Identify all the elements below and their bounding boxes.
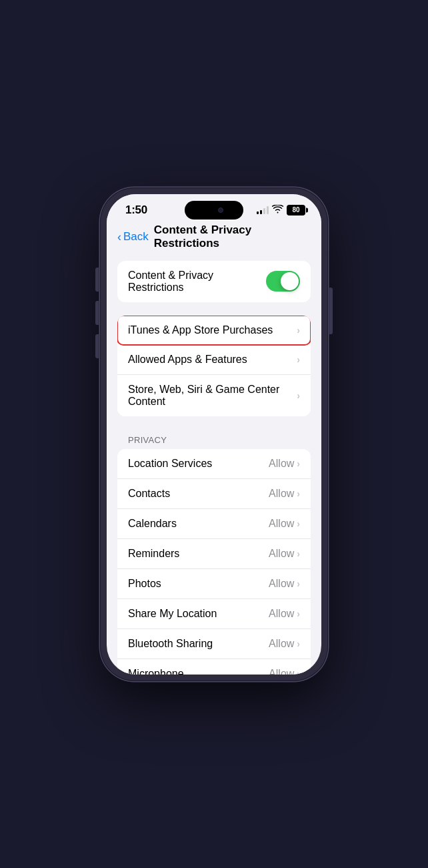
phone-frame: 1:50	[100, 187, 328, 681]
share-location-right: Allow ›	[269, 608, 300, 620]
signal-bar-2	[260, 210, 262, 214]
restrictions-toggle-label: Content & Privacy Restrictions	[128, 270, 266, 294]
status-time: 1:50	[125, 203, 147, 217]
calendars-right: Allow ›	[269, 518, 300, 530]
reminders-value: Allow	[269, 548, 294, 560]
calendars-label: Calendars	[128, 518, 177, 530]
dynamic-island	[185, 201, 243, 220]
contacts-label: Contacts	[128, 488, 170, 500]
microphone-chevron-icon: ›	[297, 669, 300, 675]
reminders-chevron-icon: ›	[297, 548, 300, 559]
location-services-value: Allow	[269, 458, 294, 470]
location-services-row[interactable]: Location Services Allow ›	[117, 449, 311, 479]
share-location-value: Allow	[269, 608, 294, 620]
reminders-label: Reminders	[128, 548, 179, 560]
phone-screen: 1:50	[107, 194, 321, 675]
photos-chevron-icon: ›	[297, 578, 300, 589]
battery-icon: 80	[287, 205, 305, 215]
content-area: Content & Privacy Restrictions iTunes & …	[107, 256, 321, 675]
location-services-chevron-icon: ›	[297, 458, 300, 469]
signal-icon	[257, 206, 269, 214]
photos-label: Photos	[128, 578, 161, 590]
signal-bar-3	[263, 208, 265, 214]
nav-bar: ‹ Back Content & Privacy Restrictions	[107, 221, 321, 256]
contacts-right: Allow ›	[269, 488, 300, 500]
calendars-chevron-icon: ›	[297, 518, 300, 529]
location-services-right: Allow ›	[269, 458, 300, 470]
back-chevron-icon: ‹	[117, 231, 121, 243]
share-location-label: Share My Location	[128, 608, 217, 620]
allowed-apps-label: Allowed Apps & Features	[128, 354, 247, 366]
bluetooth-value: Allow	[269, 638, 294, 650]
bluetooth-label: Bluetooth Sharing	[128, 638, 213, 650]
itunes-right: ›	[297, 325, 300, 336]
page-title: Content & Privacy Restrictions	[154, 224, 311, 250]
toggle-thumb	[281, 272, 299, 290]
store-web-label: Store, Web, Siri & Game Center Content	[128, 384, 297, 408]
reminders-row[interactable]: Reminders Allow ›	[117, 539, 311, 569]
status-icons: 80	[257, 205, 305, 215]
bluetooth-chevron-icon: ›	[297, 638, 300, 649]
microphone-right: Allow ›	[269, 668, 300, 675]
itunes-chevron-icon: ›	[297, 325, 300, 336]
status-bar: 1:50	[107, 194, 321, 221]
toggle-section: Content & Privacy Restrictions	[117, 261, 311, 302]
microphone-label: Microphone	[128, 668, 184, 675]
itunes-row[interactable]: iTunes & App Store Purchases ›	[117, 316, 311, 345]
contacts-row[interactable]: Contacts Allow ›	[117, 479, 311, 509]
back-button[interactable]: ‹ Back	[117, 230, 149, 244]
store-web-row[interactable]: Store, Web, Siri & Game Center Content ›	[117, 375, 311, 416]
contacts-chevron-icon: ›	[297, 488, 300, 499]
contacts-value: Allow	[269, 488, 294, 500]
restrictions-toggle-row: Content & Privacy Restrictions	[128, 261, 300, 302]
battery-level: 80	[292, 206, 299, 213]
calendars-value: Allow	[269, 518, 294, 530]
location-services-label: Location Services	[128, 458, 212, 470]
photos-row[interactable]: Photos Allow ›	[117, 569, 311, 599]
privacy-section: Location Services Allow › Contacts Allow…	[117, 449, 311, 675]
camera-indicator	[218, 207, 223, 213]
reminders-right: Allow ›	[269, 548, 300, 560]
privacy-section-header: PRIVACY	[107, 430, 321, 449]
signal-bar-4	[267, 206, 269, 214]
bluetooth-row[interactable]: Bluetooth Sharing Allow ›	[117, 629, 311, 659]
itunes-label: iTunes & App Store Purchases	[128, 324, 273, 336]
microphone-value: Allow	[269, 668, 294, 675]
allowed-apps-right: ›	[297, 354, 300, 365]
store-web-chevron-icon: ›	[297, 390, 300, 401]
menu-section: iTunes & App Store Purchases › Allowed A…	[117, 316, 311, 416]
bluetooth-right: Allow ›	[269, 638, 300, 650]
back-label: Back	[123, 230, 149, 244]
signal-bar-1	[257, 211, 259, 214]
allowed-apps-chevron-icon: ›	[297, 354, 300, 365]
microphone-row[interactable]: Microphone Allow ›	[117, 659, 311, 675]
share-location-row[interactable]: Share My Location Allow ›	[117, 599, 311, 629]
wifi-icon	[272, 205, 283, 215]
store-web-right: ›	[297, 390, 300, 401]
photos-right: Allow ›	[269, 578, 300, 590]
restrictions-toggle[interactable]	[266, 271, 300, 292]
calendars-row[interactable]: Calendars Allow ›	[117, 509, 311, 539]
allowed-apps-row[interactable]: Allowed Apps & Features ›	[117, 345, 311, 375]
share-location-chevron-icon: ›	[297, 608, 300, 619]
photos-value: Allow	[269, 578, 294, 590]
